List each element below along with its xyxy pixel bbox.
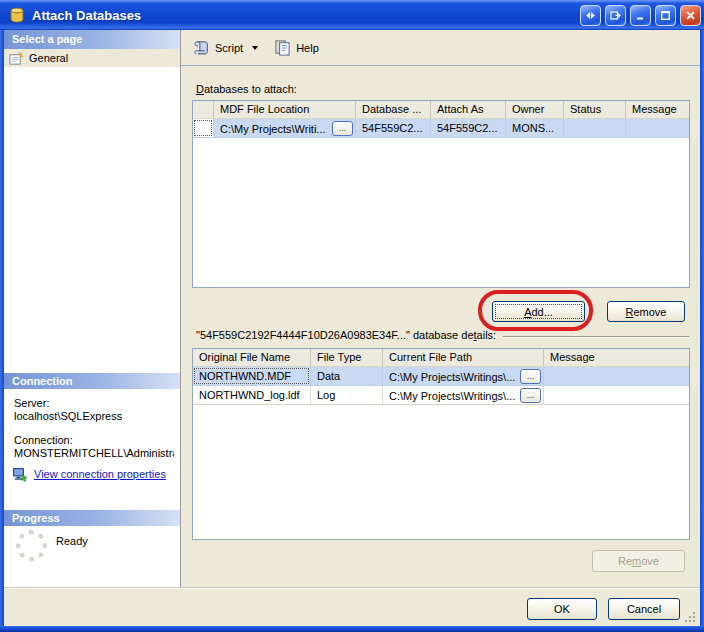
grid2-cell-file-type[interactable]: Log bbox=[311, 386, 383, 405]
grid2-header-current-file-path[interactable]: Current File Path bbox=[383, 349, 544, 366]
dialog-content: Select a page General Connection Server:… bbox=[4, 30, 700, 626]
window-border-right bbox=[700, 30, 704, 632]
resize-grip[interactable] bbox=[685, 612, 697, 624]
grid2-cell-file-path[interactable]: C:\My Projects\Writings\... ... bbox=[383, 367, 544, 386]
database-details-grid: Original File Name File Type Current Fil… bbox=[192, 348, 690, 540]
title-bar: Attach Databases bbox=[0, 0, 704, 30]
progress-status: Ready bbox=[56, 535, 88, 547]
computer-icon bbox=[12, 466, 28, 482]
details-separator-line bbox=[503, 336, 689, 337]
select-a-page-header: Select a page bbox=[4, 30, 180, 49]
remove-button-top[interactable]: Remove bbox=[607, 301, 685, 322]
grid2-cell-message[interactable] bbox=[544, 386, 689, 405]
grid1-row-selector[interactable] bbox=[193, 119, 214, 138]
view-connection-properties[interactable]: View connection properties bbox=[12, 466, 166, 482]
float-window-icon bbox=[610, 10, 621, 21]
script-icon bbox=[193, 39, 210, 56]
row-focus-marker bbox=[194, 120, 212, 136]
sidebar-item-general[interactable]: General bbox=[4, 49, 180, 67]
mdf-browse-button[interactable]: ... bbox=[332, 121, 353, 136]
database-icon bbox=[8, 6, 26, 24]
minimize-icon bbox=[635, 10, 646, 21]
view-connection-properties-link[interactable]: View connection properties bbox=[34, 468, 166, 480]
grid2-cell-file-type[interactable]: Data bbox=[311, 367, 383, 386]
grid1-cell-message[interactable] bbox=[626, 119, 689, 138]
grid1-cell-owner[interactable]: MONS... bbox=[506, 119, 564, 138]
grid1-header-message[interactable]: Message bbox=[626, 101, 689, 118]
grid2-header-file-type[interactable]: File Type bbox=[311, 349, 383, 366]
main-panel: Script Help Databases to attach: bbox=[181, 30, 700, 587]
grid1-cell-mdf-location[interactable]: C:\My Projects\Writi... ... bbox=[214, 119, 356, 138]
window-border-left bbox=[0, 30, 4, 632]
grid2-header-message[interactable]: Message bbox=[544, 349, 689, 366]
grid2-cell-file-name[interactable]: NORTHWND.MDF bbox=[193, 367, 311, 386]
close-button[interactable] bbox=[680, 5, 701, 26]
add-button[interactable]: Add... bbox=[492, 301, 585, 322]
grid1-header-owner[interactable]: Owner bbox=[506, 101, 564, 118]
grid1-cell-attach-as[interactable]: 54F559C2... bbox=[431, 119, 506, 138]
grid1-header-status[interactable]: Status bbox=[564, 101, 626, 118]
grid1-header-mdf[interactable]: MDF File Location bbox=[214, 101, 356, 118]
connection-value: MONSTERMITCHELL\Administra bbox=[14, 447, 174, 459]
server-value: localhost\SQLExpress bbox=[14, 410, 122, 422]
help-label: Help bbox=[296, 42, 319, 54]
attach-databases-dialog: Attach Databases bbox=[0, 0, 704, 632]
cancel-button[interactable]: Cancel bbox=[608, 598, 680, 620]
window-title: Attach Databases bbox=[32, 8, 141, 23]
grid2-cell-file-path[interactable]: C:\My Projects\Writings\... ... bbox=[383, 386, 544, 405]
grid1-cell-database[interactable]: 54F559C2... bbox=[356, 119, 431, 138]
progress-header: Progress bbox=[4, 510, 180, 526]
footer-bar: OK Cancel bbox=[4, 587, 700, 626]
grid2-cell-file-name[interactable]: NORTHWND_log.ldf bbox=[193, 386, 311, 405]
help-button[interactable]: Help bbox=[271, 37, 322, 58]
grid2-row-1[interactable]: NORTHWND.MDF Data C:\My Projects\Writing… bbox=[193, 367, 689, 386]
grid2-header-row: Original File Name File Type Current Fil… bbox=[193, 349, 689, 367]
progress-spinner-icon bbox=[16, 530, 47, 561]
script-button[interactable]: Script bbox=[190, 37, 261, 58]
window-border-bottom bbox=[0, 626, 704, 632]
script-label: Script bbox=[215, 42, 243, 54]
database-details-row: "54F559C2192F4444F10D26A0983E34F..." dat… bbox=[196, 329, 689, 341]
path-browse-button[interactable]: ... bbox=[520, 369, 541, 384]
grid1-header-attach-as[interactable]: Attach As bbox=[431, 101, 506, 118]
remove-button-bottom-disabled[interactable]: Remove bbox=[592, 550, 685, 572]
grid1-cell-status[interactable] bbox=[564, 119, 626, 138]
window-controls bbox=[580, 5, 701, 26]
grid2-header-original-file-name[interactable]: Original File Name bbox=[193, 349, 311, 366]
float-window-button[interactable] bbox=[605, 5, 626, 26]
minimize-button[interactable] bbox=[630, 5, 651, 26]
close-icon bbox=[685, 10, 696, 21]
grid1-row-selector-header bbox=[193, 101, 214, 118]
connection-header: Connection bbox=[4, 373, 180, 389]
grid2-cell-message[interactable] bbox=[544, 367, 689, 386]
maximize-button[interactable] bbox=[655, 5, 676, 26]
server-label: Server: bbox=[14, 397, 49, 409]
databases-to-attach-label: Databases to attach: bbox=[196, 83, 297, 95]
grid2-row-2[interactable]: NORTHWND_log.ldf Log C:\My Projects\Writ… bbox=[193, 386, 689, 405]
maximize-icon bbox=[660, 10, 671, 21]
grid1-row-1[interactable]: C:\My Projects\Writi... ... 54F559C2... … bbox=[193, 119, 689, 138]
sidebar: Select a page General Connection Server:… bbox=[4, 30, 181, 587]
ok-button[interactable]: OK bbox=[527, 598, 597, 620]
sidebar-item-label: General bbox=[29, 52, 68, 64]
general-page-icon bbox=[9, 51, 24, 66]
dock-arrows-icon bbox=[585, 10, 596, 21]
databases-to-attach-grid: MDF File Location Database ... Attach As… bbox=[192, 100, 690, 288]
script-dropdown-icon[interactable] bbox=[252, 46, 258, 50]
path-browse-button[interactable]: ... bbox=[520, 388, 541, 403]
connection-label: Connection: bbox=[14, 434, 73, 446]
toolbar: Script Help bbox=[181, 30, 700, 66]
dock-arrows-button[interactable] bbox=[580, 5, 601, 26]
database-details-label: "54F559C2192F4444F10D26A0983E34F..." dat… bbox=[196, 329, 496, 341]
help-icon bbox=[274, 39, 291, 56]
grid1-header-row: MDF File Location Database ... Attach As… bbox=[193, 101, 689, 119]
grid1-header-database[interactable]: Database ... bbox=[356, 101, 431, 118]
